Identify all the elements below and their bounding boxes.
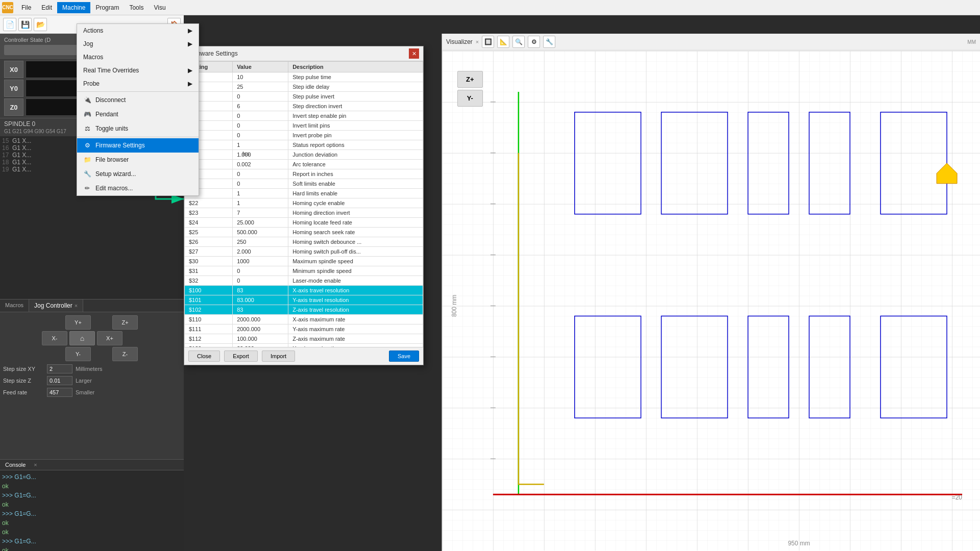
jog-y-minus[interactable]: Y- bbox=[65, 347, 91, 361]
table-row[interactable]: $301000Maximum spindle speed bbox=[185, 257, 423, 266]
vis-btn-4[interactable]: ⚙ bbox=[528, 36, 540, 48]
jog-z-minus[interactable]: Z- bbox=[112, 347, 138, 361]
y-minus-button[interactable]: Y- bbox=[457, 90, 483, 107]
step-z-label: Step size Z bbox=[3, 378, 44, 384]
jog-empty4 bbox=[46, 347, 63, 361]
table-row[interactable]: $272.000Homing switch pull-off dis... bbox=[185, 247, 423, 257]
step-z-input[interactable] bbox=[47, 376, 72, 385]
table-header-row: Setting Value Description bbox=[185, 62, 423, 72]
jog-row-3: Y- Z- bbox=[3, 347, 181, 361]
table-row[interactable]: $200Soft limits enable bbox=[185, 179, 423, 189]
vis-btn-5[interactable]: 🔧 bbox=[543, 36, 555, 48]
export-button[interactable]: Export bbox=[224, 350, 258, 362]
menu-edit-macros[interactable]: ✏ Edit macros... bbox=[77, 181, 199, 195]
jog-home[interactable]: ⌂ bbox=[69, 331, 95, 345]
table-row[interactable]: $221Homing cycle enable bbox=[185, 198, 423, 208]
toolbar-new[interactable]: 📄 bbox=[3, 18, 16, 31]
tab-macros[interactable]: Macros bbox=[0, 299, 29, 312]
machine-dropdown: Actions ▶ Jog ▶ Macros Real Time Overrid… bbox=[77, 23, 199, 196]
table-row[interactable]: $130Report in inches bbox=[185, 169, 423, 179]
table-row[interactable]: $1112000.000Y-axis maximum rate bbox=[185, 324, 423, 334]
menu-file[interactable]: File bbox=[16, 2, 36, 13]
menu-pendant[interactable]: 🎮 Pendant bbox=[77, 107, 199, 121]
jog-x-minus[interactable]: X- bbox=[42, 331, 67, 345]
jog-content: Y+ Z+ X- ⌂ X+ Y- Z- Step size XY Millime… bbox=[0, 312, 184, 459]
table-row[interactable]: $211Hard limits enable bbox=[185, 189, 423, 198]
table-row[interactable]: $40Invert step enable pin bbox=[185, 111, 423, 121]
save-button[interactable]: Save bbox=[389, 350, 419, 362]
table-row[interactable]: $1102000.000X-axis maximum rate bbox=[185, 315, 423, 324]
table-row[interactable]: $36Step direction invert bbox=[185, 102, 423, 111]
step-xy-row: Step size XY Millimeters bbox=[3, 364, 181, 373]
step-xy-label: Step size XY bbox=[3, 366, 44, 372]
menu-disconnect[interactable]: 🔌 Disconnect bbox=[77, 93, 199, 107]
visualizer-close[interactable]: × bbox=[476, 39, 479, 45]
console-tab-bar: Console × bbox=[0, 460, 184, 470]
table-row[interactable]: $112100.000Z-axis maximum rate bbox=[185, 334, 423, 344]
vis-btn-3[interactable]: 🔍 bbox=[512, 36, 525, 48]
menu-file-browser[interactable]: 📁 File browser bbox=[77, 153, 199, 167]
firmware-table-container: Setting Value Description $010Step pulse… bbox=[184, 61, 423, 347]
vis-btn-1[interactable]: 🔲 bbox=[482, 36, 494, 48]
x-axis-mm-label: 950 mm bbox=[788, 540, 810, 547]
table-row[interactable]: $320Laser-mode enable bbox=[185, 276, 423, 286]
feed-rate-input[interactable] bbox=[47, 388, 72, 397]
table-row[interactable]: $237Homing direction invert bbox=[185, 208, 423, 218]
menu-visu[interactable]: Visu bbox=[149, 2, 170, 13]
table-row[interactable]: $25500.000Homing search seek rate bbox=[185, 228, 423, 237]
menu-toggle-units[interactable]: ⚖ Toggle units bbox=[77, 121, 199, 136]
table-row[interactable]: $125Step idle delay bbox=[185, 82, 423, 92]
menu-machine[interactable]: Machine bbox=[57, 2, 90, 13]
table-row[interactable]: $10283Z-axis travel resolution bbox=[185, 305, 423, 315]
menu-tools[interactable]: Tools bbox=[124, 2, 149, 13]
table-row[interactable]: $310Minimum spindle speed bbox=[185, 266, 423, 276]
menu-firmware[interactable]: ⚙ Firmware Settings bbox=[77, 138, 199, 153]
menu-edit-macros-label: Edit macros... bbox=[95, 185, 133, 192]
jog-x-plus[interactable]: X+ bbox=[97, 331, 122, 345]
table-row[interactable]: $120.002Arc tolerance bbox=[185, 160, 423, 169]
dialog-close-button[interactable]: ✕ bbox=[409, 48, 419, 59]
toolbar-save[interactable]: 💾 bbox=[18, 18, 32, 31]
table-row[interactable]: $10083X-axis travel resolution bbox=[185, 286, 423, 295]
close-button[interactable]: Close bbox=[188, 350, 220, 362]
feed-rate-label: Feed rate bbox=[3, 389, 44, 395]
menu-actions[interactable]: Actions ▶ bbox=[77, 24, 199, 37]
table-row[interactable]: $101Status report options bbox=[185, 140, 423, 150]
menu-edit[interactable]: Edit bbox=[36, 2, 57, 13]
table-row[interactable]: $010Step pulse time bbox=[185, 72, 423, 82]
menu-macros[interactable]: Macros bbox=[77, 51, 199, 64]
console-close[interactable]: × bbox=[31, 460, 40, 470]
jog-row-1: Y+ Z+ bbox=[3, 315, 181, 330]
toolbar-open[interactable]: 📂 bbox=[34, 18, 47, 31]
jog-y-plus[interactable]: Y+ bbox=[65, 315, 91, 330]
col-value: Value bbox=[233, 62, 288, 72]
menu-realtime[interactable]: Real Time Overrides ▶ bbox=[77, 64, 199, 77]
jog-z-plus[interactable]: Z+ bbox=[112, 315, 138, 330]
menu-macros-label: Macros bbox=[83, 54, 103, 61]
menu-program[interactable]: Program bbox=[90, 2, 124, 13]
table-row[interactable]: $60Invert probe pin bbox=[185, 131, 423, 140]
tab-jog-close[interactable]: × bbox=[75, 303, 78, 309]
table-row[interactable]: $10183.000Y-axis travel resolution bbox=[185, 295, 423, 305]
z-plus-button[interactable]: Z+ bbox=[457, 71, 483, 88]
table-row[interactable]: $50Invert limit pins bbox=[185, 121, 423, 131]
menu-realtime-arrow: ▶ bbox=[188, 67, 192, 74]
tab-bar: Macros Jog Controller × bbox=[0, 299, 184, 312]
jog-empty2 bbox=[93, 315, 110, 330]
menu-file-browser-label: File browser bbox=[95, 156, 129, 163]
disconnect-icon: 🔌 bbox=[83, 96, 91, 104]
table-row[interactable]: $26250Homing switch debounce ... bbox=[185, 237, 423, 247]
table-row[interactable]: $20Step pulse invert bbox=[185, 92, 423, 102]
import-button[interactable]: Import bbox=[262, 350, 295, 362]
console-line: ok bbox=[2, 528, 182, 537]
vis-btn-2[interactable]: 📐 bbox=[497, 36, 509, 48]
console-tab[interactable]: Console bbox=[0, 460, 31, 470]
tab-jog[interactable]: Jog Controller × bbox=[29, 299, 83, 312]
table-row[interactable]: $2425.000Homing locate feed rate bbox=[185, 218, 423, 228]
menu-jog[interactable]: Jog ▶ bbox=[77, 37, 199, 51]
table-row[interactable]: $111.000Junction deviation bbox=[185, 150, 423, 160]
menu-probe[interactable]: Probe ▶ bbox=[77, 77, 199, 90]
step-xy-input[interactable] bbox=[47, 364, 72, 373]
menu-setup-wizard[interactable]: 🔧 Setup wizard... bbox=[77, 167, 199, 181]
pendant-icon: 🎮 bbox=[83, 110, 91, 118]
